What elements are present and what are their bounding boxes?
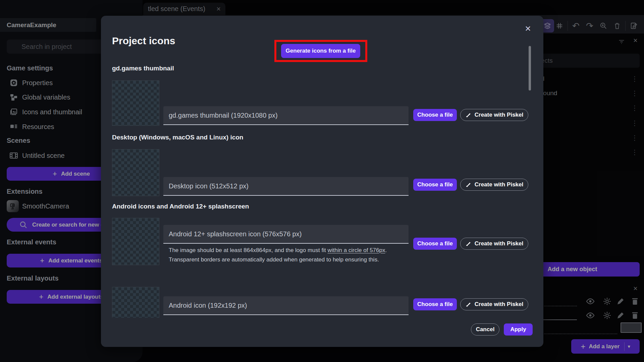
choose-file-button[interactable]: Choose a file xyxy=(413,238,457,250)
piskel-label: Create with Piskel xyxy=(475,112,524,118)
scrollbar-thumb[interactable] xyxy=(529,46,531,90)
thumbnail-preview-gdgames xyxy=(112,80,159,126)
create-with-piskel-button[interactable]: Create with Piskel xyxy=(460,238,528,250)
piskel-label: Create with Piskel xyxy=(475,301,524,308)
splashscreen-help-line1: The image should be at least 864x864px, … xyxy=(169,246,387,255)
annotation-highlight-rectangle xyxy=(274,40,367,62)
android-icon-field[interactable] xyxy=(163,296,409,315)
piskel-label: Create with Piskel xyxy=(475,181,524,188)
section-header-gdgames-thumbnail: gd.games thumbnail xyxy=(112,65,174,72)
thumbnail-preview-android-icon xyxy=(112,287,159,318)
brush-icon xyxy=(465,241,471,247)
create-with-piskel-button[interactable]: Create with Piskel xyxy=(460,109,528,121)
create-with-piskel-button[interactable]: Create with Piskel xyxy=(460,179,528,191)
brush-icon xyxy=(465,112,471,118)
project-icons-dialog: Project icons × Generate icons from a fi… xyxy=(101,16,543,347)
dialog-close-icon[interactable]: × xyxy=(521,21,535,36)
thumbnail-preview-desktop xyxy=(112,149,159,196)
apply-button[interactable]: Apply xyxy=(504,323,533,336)
gdevelop-window: tled scene (Events) × ↶ ↷ × Ground ⋮ xyxy=(0,0,644,362)
thumbnail-preview-splashscreen xyxy=(112,218,159,265)
android-splashscreen-field[interactable] xyxy=(163,225,409,244)
cancel-button[interactable]: Cancel xyxy=(471,323,499,336)
desktop-icon-field[interactable] xyxy=(163,177,409,196)
section-header-android-icons: Android icons and Android 12+ splashscre… xyxy=(112,203,249,210)
choose-file-button[interactable]: Choose a file xyxy=(413,109,457,121)
splashscreen-help-line2: Transparent borders are automatically ad… xyxy=(169,255,379,264)
choose-file-button[interactable]: Choose a file xyxy=(413,179,457,191)
piskel-label: Create with Piskel xyxy=(475,240,524,247)
create-with-piskel-button[interactable]: Create with Piskel xyxy=(460,298,528,310)
section-header-desktop-icon: Desktop (Windows, macOS and Linux) icon xyxy=(112,134,243,141)
brush-icon xyxy=(465,301,471,307)
brush-icon xyxy=(465,182,471,188)
dialog-title: Project icons xyxy=(112,35,175,47)
choose-file-button[interactable]: Choose a file xyxy=(413,298,457,310)
help-link-underlined: within a circle of 576px xyxy=(327,247,385,253)
gdgames-thumbnail-field[interactable] xyxy=(163,106,409,125)
